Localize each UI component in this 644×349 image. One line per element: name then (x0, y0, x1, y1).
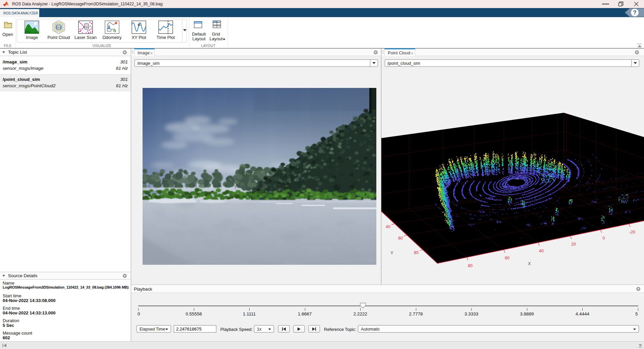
svg-text:X: X (528, 261, 531, 266)
svg-text:40: 40 (386, 225, 390, 229)
svg-text:80: 80 (414, 250, 419, 255)
svg-text:0: 0 (603, 236, 605, 241)
svg-text:Y: Y (390, 250, 393, 255)
svg-text:-20: -20 (629, 230, 635, 235)
svg-text:40: 40 (539, 249, 544, 253)
svg-text:20: 20 (571, 242, 576, 247)
svg-text:80: 80 (468, 263, 473, 268)
svg-text:60: 60 (505, 256, 509, 260)
svg-text:60: 60 (398, 236, 403, 241)
